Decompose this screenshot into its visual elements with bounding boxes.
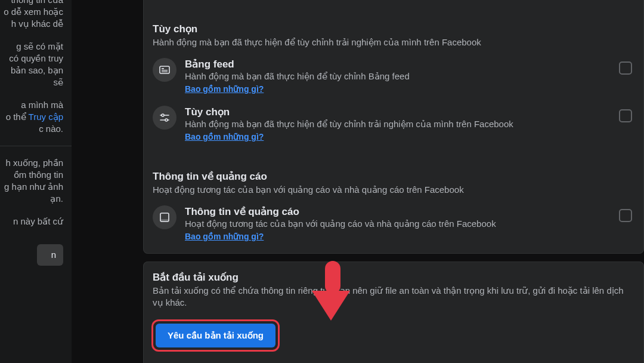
sidebar-text: o dễ xem hoặc (0, 6, 63, 18)
request-download-button[interactable]: Yêu cầu bản tải xuống (156, 324, 275, 347)
section-preferences: Tùy chọn Hành động mà bạn đã thực hiện đ… (143, 13, 644, 51)
row-title: Tùy chọn (185, 106, 611, 118)
row-subtitle: Hành động mà bạn đã thực hiện để tùy chỉ… (185, 118, 611, 130)
svg-rect-3 (162, 72, 168, 72)
sidebar-text: thông tin của (0, 0, 63, 6)
sidebar-item-fragment[interactable]: n (37, 244, 63, 266)
row-checkbox[interactable] (619, 209, 632, 222)
sidebar-fragments: thông tin của o dễ xem hoặc h vụ khác dễ… (0, 0, 72, 363)
sidebar-text: c nào. (0, 123, 63, 135)
link-whats-included[interactable]: Bao gồm những gì? (185, 131, 264, 143)
sidebar-divider (0, 146, 72, 146)
option-row-preferences[interactable]: Tùy chọn Hành động mà bạn đã thực hiện đ… (143, 99, 644, 146)
svg-rect-1 (162, 68, 164, 69)
row-checkbox[interactable] (619, 61, 632, 75)
option-row-ads[interactable]: Thông tin về quảng cáo Hoạt động tương t… (143, 198, 644, 246)
section-title: Thông tin về quảng cáo (153, 170, 634, 183)
sidebar-text: ồm thông tin (0, 169, 63, 181)
options-panel: Tùy chọn Hành động mà bạn đã thực hiện đ… (143, 0, 644, 254)
sidebar-link-access[interactable]: Truy cập (29, 112, 63, 122)
sidebar-text: o thể Truy cập (0, 111, 63, 123)
download-title: Bắt đầu tải xuống (153, 271, 634, 284)
feed-icon (153, 58, 177, 82)
sidebar-text: a mình mà (0, 99, 63, 111)
sidebar-text: g sẽ có mặt (0, 41, 63, 53)
start-download-panel: Bắt đầu tải xuống Bản tải xuống có thể c… (143, 262, 644, 363)
sidebar-text: h xuống, phần (0, 157, 63, 169)
sliders-icon (153, 106, 177, 130)
svg-rect-9 (160, 219, 169, 222)
sidebar-text: h vụ khác dễ (0, 18, 63, 30)
svg-point-5 (162, 114, 164, 116)
sidebar-text: ạn. (0, 193, 63, 205)
sidebar-text: có quyền truy (0, 53, 63, 64)
section-title: Tùy chọn (153, 23, 634, 35)
section-subtitle: Hành động mà bạn đã thực hiện để tùy chỉ… (153, 36, 634, 48)
section-subtitle: Hoạt động tương tác của bạn với quảng cá… (153, 184, 634, 196)
download-desc: Bản tải xuống có thể chứa thông tin riên… (153, 285, 634, 309)
row-subtitle: Hành động mà bạn đã thực hiện để tùy chỉ… (185, 70, 611, 82)
svg-point-7 (165, 119, 168, 121)
sidebar-text: n này bất cứ (0, 216, 63, 227)
row-title: Thông tin về quảng cáo (185, 205, 611, 218)
annotation-highlight-ring: Yêu cầu bản tải xuống (151, 319, 280, 352)
row-subtitle: Hoạt động tương tác của bạn với quảng cá… (185, 218, 611, 229)
svg-rect-2 (162, 70, 168, 70)
link-whats-included[interactable]: Bao gồm những gì? (185, 83, 264, 95)
option-row-feed[interactable]: Bảng feed Hành động mà bạn đã thực hiện … (143, 51, 644, 99)
main-content: Tùy chọn Hành động mà bạn đã thực hiện đ… (72, 0, 644, 363)
row-title: Bảng feed (185, 58, 611, 70)
row-checkbox[interactable] (619, 109, 632, 122)
sidebar-text: bản sao, bạn sẽ (0, 64, 63, 88)
section-ads: Thông tin về quảng cáo Hoạt động tương t… (143, 161, 644, 198)
ad-window-icon (153, 205, 177, 229)
sidebar-text: g hạn như ảnh (0, 181, 63, 193)
link-whats-included[interactable]: Bao gồm những gì? (185, 230, 264, 242)
